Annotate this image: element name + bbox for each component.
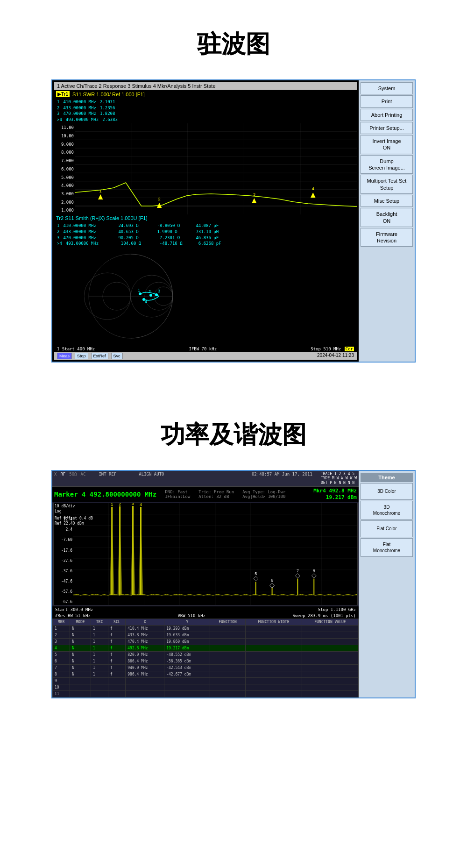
sa-table-row: 10 [53,684,359,691]
vna-smith-marker-4: >4493.00000 MHz104.00 Ω-48.716 Ω6.6268 p… [57,241,354,247]
vna-swr-marker-4: >4493.00000 MHz2.6383 [57,117,354,123]
vna-smith-marker-3: 3470.00000 MHz90.205 Ω-7.2301 Ω46.836 pF [57,235,354,241]
vna-dump-screen-btn[interactable]: DumpScreen Image... [361,155,413,174]
svg-text:2: 2 [158,197,161,202]
svg-text:4: 4 [312,187,314,192]
svg-text:4: 4 [140,503,142,507]
sa-plot-area: 1 2 3 4 5 6 7 8 [73,503,357,605]
svg-marker-53 [110,508,114,595]
vna-svc-btn[interactable]: Svc [111,353,123,359]
vna-trace2-header: Tr2 S11 Smith (R+jX) Scale 1.000U [F1] [54,214,357,222]
vna-print-btn[interactable]: Print [361,95,413,107]
vna-swr-chart: 11.00 10.00 9.000 8.000 7.000 6.000 5.00… [54,123,357,214]
vna-trace1-info: S11 SWR 1.000/ Ref 1.000 [F1] [72,92,145,97]
svg-text:3: 3 [253,192,255,197]
sa-table-row: 11 [53,691,359,697]
svg-point-31 [149,294,152,297]
vna-status-bar: 1 Start 400 MHz IFBW 70 kHz Stop 510 MHz… [54,346,357,352]
vna-trace1-label: ▶Tr1 [56,91,70,97]
sa-col-mkr: MKR [53,619,70,626]
svg-text:2: 2 [149,289,151,294]
sa-table-row: 8N1f986.4 MHz-42.677 dBm [53,671,359,678]
vna-multiport-btn[interactable]: Multiport Test SetSetup [361,175,413,194]
sa-col-y: Y [164,619,210,626]
sa-rf-label: RF [60,472,65,485]
vna-stop-btn[interactable]: Stop [75,353,88,359]
svg-marker-72 [295,574,300,578]
sa-align: ALIGN AUTO [139,472,164,485]
svg-marker-70 [270,583,275,588]
vna-invert-image-btn[interactable]: Invert ImageON [361,135,413,154]
vna-bottom-bar: Meas Stop ExtRef Svc 2024-04-12 11:23 [54,352,357,360]
vna-sidebar: System Print Abort Printing Printer Setu… [359,80,415,362]
svg-marker-14 [98,194,103,199]
svg-marker-59 [139,508,143,595]
sa-trace-info: TRACE 1 2 3 4 5TYPE M W W W W WDET P N N… [321,472,357,485]
sa-table-header-row: MKR MODE TRC SCL X Y FUNCTION FUNCTION W… [53,619,359,626]
sa-screenshot: X RF 50Ω AC INT REF ALIGN AUTO 02:48:57 … [51,470,416,698]
sa-col-fn: FUNCTION [210,619,245,626]
vna-misc-setup-btn[interactable]: Misc Setup [361,195,413,207]
sa-header-bar: X RF 50Ω AC INT REF ALIGN AUTO 02:48:57 … [52,471,359,487]
vna-meas-btn[interactable]: Meas [57,353,72,359]
vna-extref-btn[interactable]: ExtRef [91,353,108,359]
sa-3dcolor-btn[interactable]: 3D Color [361,483,413,500]
sa-3dmono-btn[interactable]: 3DMonochrome [361,501,413,519]
svg-text:1: 1 [111,503,113,507]
vna-swr-markers: 1410.00000 MHz2.1071 2433.00000 MHz1.235… [54,98,357,123]
sa-mkr-value-display: Mkr4 492.8 MHz19.217 dBm [313,488,357,501]
svg-marker-20 [311,192,315,198]
svg-text:4: 4 [145,299,147,304]
sa-stop: Stop 1.1100 GHz [318,607,356,612]
sa-flatcolor-btn[interactable]: Flat Color [361,520,413,537]
sa-label-x: X [54,472,57,485]
sa-main-display: X RF 50Ω AC INT REF ALIGN AUTO 02:48:57 … [52,471,359,697]
vna-main-display: 1 Active Ch/Trace 2 Response 3 Stimulus … [52,80,359,362]
svg-marker-57 [131,507,135,595]
svg-text:8: 8 [313,569,315,573]
vna-smith-marker-1: 1410.00000 MHz24.693 Ω-8.8050 Ω44.087 pF [57,223,354,229]
sa-flatmono-btn[interactable]: FlatMonochrome [361,538,413,557]
sa-marker-table: MKR MODE TRC SCL X Y FUNCTION FUNCTION W… [52,619,359,697]
svg-text:3: 3 [158,289,160,293]
svg-point-29 [139,292,142,295]
vna-printer-setup-btn[interactable]: Printer Setup... [361,122,413,134]
vna-swr-plot: 1 2 3 4 [75,123,357,214]
sa-timestamp: 02:48:57 AM Jun 17, 2011 [252,472,312,485]
svg-point-33 [155,293,158,296]
svg-text:1: 1 [138,288,140,292]
sa-table-row: 3N1f470.4 MHz19.860 dBm [53,639,359,645]
vna-swr-marker-2: 2433.00000 MHz1.2356 [57,105,354,111]
svg-text:1: 1 [99,189,102,194]
vna-screenshot: 1 Active Ch/Trace 2 Response 3 Stimulus … [51,79,416,363]
sa-table-row: 6N1f866.4 MHz-56.365 dBm [53,658,359,665]
svg-text:5: 5 [255,571,257,576]
sa-theme-title: Theme [361,473,413,482]
svg-marker-55 [118,507,122,595]
sa-pno-info: PNO: FastIFGain:Low [165,490,190,499]
vna-stop-freq: Stop 510 MHz Cor [311,347,354,351]
sa-impedance: 50Ω [69,472,77,485]
page-title-harmonics: 功率及谐波图 [0,391,467,470]
vna-smith-chart: 1 2 3 4 [84,249,177,343]
sa-int-ref: INT REF [99,472,116,485]
vna-system-btn[interactable]: System [361,82,413,94]
sa-col-mode: MODE [70,619,91,626]
vna-backlight-btn[interactable]: BacklightON [361,208,413,227]
sa-marker-readout-bar: Marker 4 492.800000000 MHz PNO: FastIFGa… [52,487,359,502]
svg-text:2: 2 [119,503,121,506]
sa-resbw: #Res BW 51 kHz [55,613,91,618]
svg-text:6: 6 [271,578,273,583]
vna-menubar: 1 Active Ch/Trace 2 Response 3 Stimulus … [54,82,357,90]
sa-chart-wrapper: 10 dB/divLog Ref Offset 0.4 dBRef 22.40 … [53,503,358,605]
sa-sweep: Sweep 283.9 ms (1001 pts) [293,613,356,618]
sa-table-row: 2N1f433.8 MHz19.633 dBm [53,632,359,639]
sa-avg-info: Avg Type: Log-PwrAvg|Hold> 100/100 [242,490,285,499]
sa-col-scl: SCL [108,619,126,626]
sa-table-row: 4N1f492.8 MHz19.217 dBm [53,645,359,652]
sa-col-x: X [126,619,164,626]
vna-firmware-btn[interactable]: FirmwareRevision [361,228,413,247]
sa-table-row: 5N1f820.0 MHz-48.552 dBm [53,652,359,658]
vna-abort-printing-btn[interactable]: Abort Printing [361,109,413,121]
sa-col-fv: FUNCTION VALUE [302,619,358,626]
